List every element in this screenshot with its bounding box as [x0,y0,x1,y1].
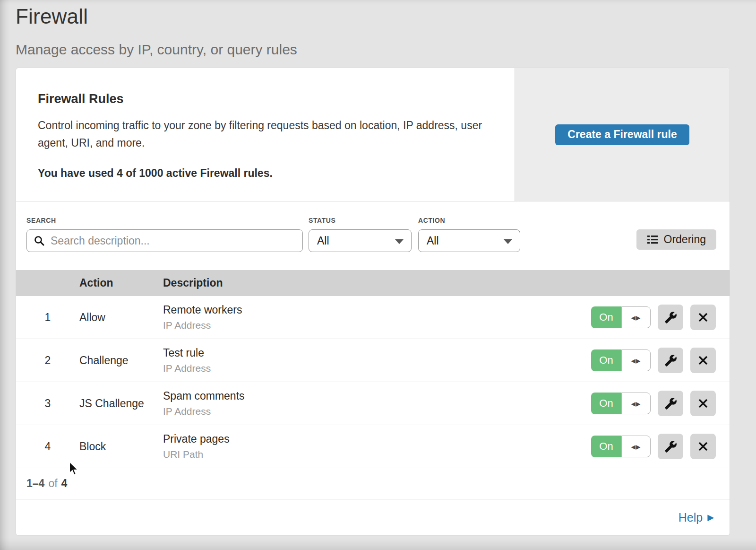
status-group: STATUS All [309,217,412,252]
card-intro-section: Firewall Rules Control incoming traffic … [16,68,730,201]
rule-description: Test rule [163,347,591,359]
ordered-list-icon [647,235,658,245]
create-firewall-rule-button[interactable]: Create a Firewall rule [555,124,689,145]
rule-enabled-toggle[interactable]: On ◂▸ [591,349,651,371]
rule-action: JS Challenge [79,397,163,410]
action-group: ACTION All [418,217,520,252]
table-body: 1 Allow Remote workers IP Address On ◂▸ [16,296,730,468]
edit-rule-button[interactable] [658,434,683,459]
edit-rule-button[interactable] [658,391,683,416]
page-header: Firewall Manage access by IP, country, o… [0,0,756,58]
rule-enabled-toggle[interactable]: On ◂▸ [591,436,651,457]
action-selected-value: All [427,235,439,247]
rule-priority: 2 [16,354,79,367]
toggle-arrows-icon[interactable]: ◂▸ [621,349,651,371]
help-link-label: Help [679,511,703,524]
help-link[interactable]: Help ▶ [679,511,714,524]
pagination: 1–4 of 4 [16,468,730,499]
rule-match-type: IP Address [163,406,591,417]
x-icon [697,398,709,409]
column-header-action: Action [79,277,163,289]
toggle-on-label: On [591,436,621,457]
x-icon [697,355,709,366]
chevron-down-icon [395,239,404,244]
rule-description: Remote workers [163,304,591,316]
table-row: 3 JS Challenge Spam comments IP Address … [16,382,730,425]
rules-heading: Firewall Rules [38,92,486,106]
card-intro-text: Firewall Rules Control incoming traffic … [16,68,515,201]
pagination-of-label: of [48,477,57,490]
rule-priority: 3 [16,397,79,410]
card-footer: Help ▶ [16,499,730,535]
edit-rule-button[interactable] [658,305,683,330]
rules-usage-note: You have used 4 of 1000 active Firewall … [38,167,486,180]
rule-match-type: IP Address [163,320,591,331]
search-input[interactable] [26,229,303,252]
arrow-right-icon: ▶ [707,513,714,522]
toggle-arrows-icon[interactable]: ◂▸ [621,436,651,457]
x-icon [697,441,709,452]
table-row: 1 Allow Remote workers IP Address On ◂▸ [16,296,730,339]
rule-enabled-toggle[interactable]: On ◂▸ [591,306,651,328]
ordering-button-label: Ordering [664,233,706,246]
status-dropdown[interactable]: All [309,229,412,252]
wrench-icon [664,440,677,453]
ordering-button[interactable]: Ordering [636,229,716,250]
status-selected-value: All [317,235,329,247]
rule-description: Spam comments [163,390,591,402]
table-row: 4 Block Private pages URI Path On ◂▸ [16,425,730,468]
create-rule-panel: Create a Firewall rule [515,68,730,201]
rule-match-type: URI Path [163,449,591,460]
pagination-range: 1–4 [26,477,44,490]
toggle-on-label: On [591,349,621,371]
chevron-down-icon [504,239,512,244]
delete-rule-button[interactable] [690,348,716,373]
rule-enabled-toggle[interactable]: On ◂▸ [591,393,651,414]
table-row: 2 Challenge Test rule IP Address On ◂▸ [16,339,730,382]
toggle-on-label: On [591,306,621,328]
delete-rule-button[interactable] [690,391,716,416]
delete-rule-button[interactable] [690,434,716,459]
action-dropdown[interactable]: All [418,229,520,252]
firewall-rules-card: Firewall Rules Control incoming traffic … [16,68,730,536]
search-label: SEARCH [26,217,303,224]
action-label: ACTION [418,217,520,224]
filter-bar: SEARCH STATUS All ACTION All [16,201,730,270]
rules-description: Control incoming traffic to your zone by… [38,117,486,152]
rule-match-type: IP Address [163,363,591,374]
rule-action: Allow [79,311,163,324]
status-label: STATUS [309,217,412,224]
search-group: SEARCH [26,217,303,252]
page-subtitle: Manage access by IP, country, or query r… [16,42,740,58]
edit-rule-button[interactable] [658,348,683,373]
rule-priority: 4 [16,440,79,453]
rule-action: Block [79,440,163,453]
pagination-total: 4 [61,477,68,490]
toggle-on-label: On [591,393,621,414]
page-title: Firewall [16,5,740,28]
search-icon [34,235,45,246]
x-icon [697,312,709,323]
delete-rule-button[interactable] [690,305,716,330]
rule-priority: 1 [16,311,79,324]
rule-description: Private pages [163,433,591,445]
wrench-icon [664,397,677,410]
table-header: Action Description [16,270,730,296]
toggle-arrows-icon[interactable]: ◂▸ [621,306,651,328]
wrench-icon [664,354,677,367]
column-header-description: Description [163,277,730,289]
wrench-icon [664,311,677,324]
rule-action: Challenge [79,354,163,367]
toggle-arrows-icon[interactable]: ◂▸ [621,393,651,414]
